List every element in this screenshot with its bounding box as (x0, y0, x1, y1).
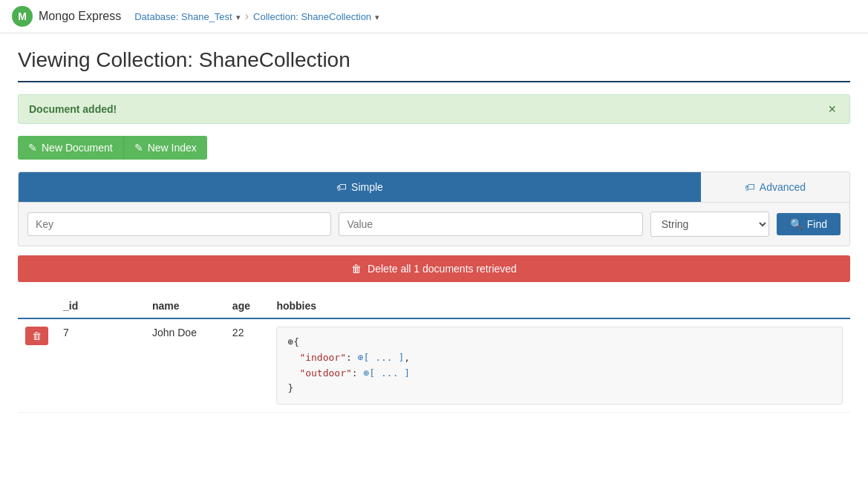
json-key-outdoor: "outdoor" (299, 367, 351, 379)
alert-message: Document added! (29, 103, 117, 115)
table-row: 🗑 7 John Doe 22 ⊕{ "indoor": ⊕[ ... ], "… (18, 318, 850, 413)
search-tabs: 🏷 Simple 🏷 Advanced (19, 172, 849, 202)
brand: M Mongo Express (12, 6, 121, 27)
th-name: name (145, 294, 225, 318)
delete-all-bar[interactable]: 🗑 Delete all 1 documents retrieved (18, 255, 850, 282)
json-expand-outdoor[interactable]: ⊕[ ... ] (364, 367, 411, 379)
alert-success: Document added! × (18, 94, 850, 124)
alert-close-button[interactable]: × (825, 102, 839, 116)
app-name: Mongo Express (39, 10, 121, 23)
delete-bar-label: Delete all 1 documents retrieved (368, 263, 517, 275)
td-id: 7 (56, 318, 145, 413)
find-button[interactable]: 🔍 Find (777, 213, 841, 235)
table-body: 🗑 7 John Doe 22 ⊕{ "indoor": ⊕[ ... ], "… (18, 318, 850, 413)
main-content: Viewing Collection: ShaneCollection Docu… (0, 33, 868, 428)
search-body: String Boolean Number Object Array Date … (19, 202, 849, 246)
json-close-brace: } (287, 382, 293, 393)
th-delete (18, 294, 56, 318)
new-index-label: New Index (148, 142, 197, 154)
breadcrumb-database[interactable]: Database: Shane_Test ▾ (134, 11, 241, 22)
json-expand-indoor[interactable]: ⊕[ ... ] (358, 352, 405, 363)
tab-simple-label: Simple (351, 181, 383, 193)
collection-table: _id name age hobbies 🗑 7 John Doe 22 ⊕{ (18, 294, 850, 413)
json-field-indoor: "indoor": ⊕[ ... ], (287, 352, 410, 363)
tab-advanced-label: Advanced (760, 181, 806, 193)
pencil-icon-2: ✎ (134, 142, 143, 154)
search-key-input[interactable] (27, 212, 331, 236)
json-expand-brace[interactable]: ⊕{ (287, 336, 299, 347)
trash-row-icon: 🗑 (32, 330, 42, 341)
brand-icon: M (12, 6, 33, 27)
th-age: age (225, 294, 270, 318)
new-index-button[interactable]: ✎ New Index (123, 136, 207, 160)
new-document-button[interactable]: ✎ New Document (18, 136, 123, 160)
json-viewer: ⊕{ "indoor": ⊕[ ... ], "outdoor": ⊕[ ...… (276, 327, 843, 405)
action-buttons: ✎ New Document ✎ New Index (18, 136, 850, 160)
page-title: Viewing Collection: ShaneCollection (18, 48, 850, 72)
find-label: Find (807, 218, 827, 230)
search-type-select[interactable]: String Boolean Number Object Array Date … (650, 212, 769, 237)
delete-row-button[interactable]: 🗑 (25, 327, 48, 345)
search-panel: 🏷 Simple 🏷 Advanced String Boolean Numbe… (18, 171, 850, 246)
tab-advanced[interactable]: 🏷 Advanced (701, 172, 849, 202)
td-name: John Doe (145, 318, 225, 413)
td-age: 22 (225, 318, 270, 413)
table-header: _id name age hobbies (18, 294, 850, 318)
breadcrumb-collection[interactable]: Collection: ShaneCollection ▾ (253, 11, 379, 22)
td-delete-cell: 🗑 (18, 318, 56, 413)
breadcrumb-separator: › (245, 10, 249, 23)
brand-letter: M (18, 10, 27, 22)
table-header-row: _id name age hobbies (18, 294, 850, 318)
json-field-outdoor: "outdoor": ⊕[ ... ] (287, 367, 410, 379)
breadcrumb: Database: Shane_Test ▾ › Collection: Sha… (134, 10, 379, 23)
tag-icon: 🏷 (336, 181, 347, 193)
search-icon: 🔍 (790, 218, 803, 230)
title-divider (18, 81, 850, 82)
new-document-label: New Document (42, 142, 113, 154)
th-hobbies: hobbies (269, 294, 850, 318)
json-key-indoor: "indoor" (299, 352, 346, 363)
tag-icon-2: 🏷 (745, 181, 755, 193)
th-id: _id (56, 294, 145, 318)
pencil-icon: ✎ (28, 142, 37, 154)
tab-simple[interactable]: 🏷 Simple (19, 172, 701, 202)
search-value-input[interactable] (339, 212, 642, 236)
navbar: M Mongo Express Database: Shane_Test ▾ ›… (0, 0, 868, 33)
trash-icon: 🗑 (351, 263, 362, 275)
td-hobbies: ⊕{ "indoor": ⊕[ ... ], "outdoor": ⊕[ ...… (269, 318, 850, 413)
